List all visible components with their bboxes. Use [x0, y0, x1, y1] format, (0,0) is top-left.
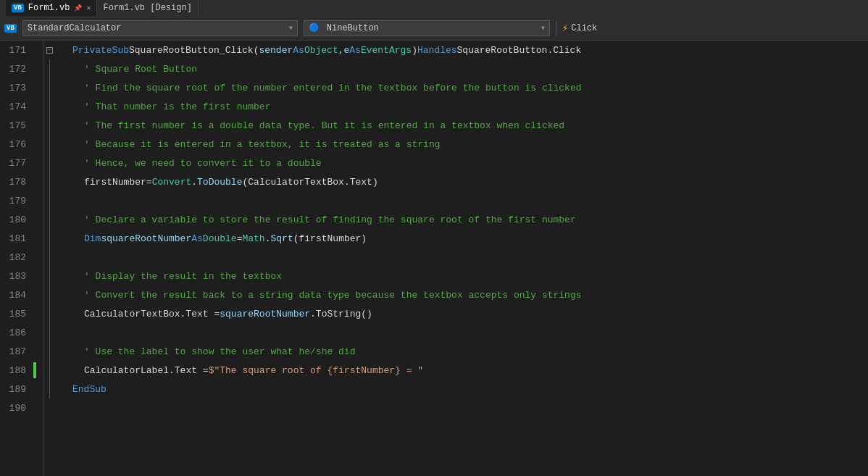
line-number-row: 181: [0, 229, 43, 248]
collapse-gutter: −: [43, 41, 55, 476]
line-indicator: [32, 342, 38, 361]
tab-form1design[interactable]: Form1.vb [Design]: [97, 0, 198, 16]
toolbar-separator: [556, 21, 556, 36]
line-indicator: [32, 361, 38, 380]
code-line: ' That number is the first number: [61, 97, 868, 116]
line-number-row: 173: [0, 78, 43, 97]
code-line: ' Hence, we need to convert it to a doub…: [61, 154, 868, 172]
line-number: 174: [0, 101, 32, 112]
line-number-row: 172: [0, 59, 43, 78]
method-dropdown-value: NineButton: [327, 23, 379, 33]
line-number: 175: [0, 120, 32, 131]
line-number-row: 179: [0, 191, 43, 210]
line-number: 172: [0, 64, 32, 75]
collapse-line: [43, 267, 55, 285]
line-number-row: 188: [0, 361, 43, 380]
code-line: ' The first number is a double data type…: [61, 116, 868, 135]
line-number-row: 176: [0, 135, 43, 154]
collapse-line: [43, 172, 55, 191]
code-line: ' Convert the result back to a string da…: [61, 285, 868, 304]
line-number: 171: [0, 45, 32, 56]
title-bar: VB Form1.vb 📌 ✕ Form1.vb [Design]: [0, 0, 868, 16]
line-indicator: [32, 398, 38, 417]
tab-list: VB Form1.vb 📌 ✕ Form1.vb [Design]: [6, 0, 199, 16]
line-number-row: 171: [0, 41, 43, 59]
line-number-row: 180: [0, 210, 43, 229]
code-line: Dim squareRootNumber As Double = Math.Sq…: [61, 229, 868, 248]
line-indicator: [32, 41, 38, 59]
class-dropdown[interactable]: StandardCalculator ▼: [22, 20, 298, 36]
collapse-line: [43, 323, 55, 342]
collapse-line: [43, 78, 55, 97]
line-number: 181: [0, 233, 32, 244]
line-number-row: 189: [0, 380, 43, 398]
line-number: 184: [0, 290, 32, 301]
line-number-row: 183: [0, 267, 43, 285]
line-indicator: [32, 78, 38, 97]
code-area: 1711721731741751761771781791801811821831…: [0, 41, 868, 476]
line-indicator: [32, 267, 38, 285]
line-number-row: 184: [0, 285, 43, 304]
line-indicator: [32, 323, 38, 342]
line-indicator: [32, 304, 38, 323]
code-line: [61, 248, 868, 267]
line-indicator: [32, 135, 38, 154]
tab-form1design-label: Form1.vb [Design]: [103, 3, 191, 13]
code-line: End Sub: [61, 380, 868, 398]
line-number-row: 174: [0, 97, 43, 116]
line-number-row: 186: [0, 323, 43, 342]
code-line: ' Because it is entered in a textbox, it…: [61, 135, 868, 154]
line-number-row: 178: [0, 172, 43, 191]
method-dropdown[interactable]: 🔵 NineButton ▼: [304, 20, 550, 36]
line-indicator: [32, 380, 38, 398]
code-line: CalculatorLabel.Text = $"The square root…: [61, 361, 868, 380]
line-number-row: 177: [0, 154, 43, 172]
line-indicator: [32, 248, 38, 267]
class-dropdown-value: StandardCalculator: [28, 23, 122, 33]
code-line: ' Find the square root of the number ent…: [61, 78, 868, 97]
line-number-row: 190: [0, 398, 43, 417]
line-indicator: [32, 172, 38, 191]
line-number-row: 182: [0, 248, 43, 267]
code-line: [61, 398, 868, 417]
collapse-line: [43, 398, 55, 417]
tab-close-icon[interactable]: ✕: [86, 4, 91, 12]
collapse-line: [43, 191, 55, 210]
line-number: 188: [0, 365, 32, 376]
collapse-button[interactable]: −: [43, 41, 55, 59]
line-number-row: 187: [0, 342, 43, 361]
collapse-line: [43, 361, 55, 380]
line-indicator: [32, 97, 38, 116]
tab-form1vb-label: Form1.vb: [28, 3, 70, 13]
tab-pin-icon: 📌: [74, 4, 82, 12]
code-line: [61, 191, 868, 210]
collapse-line: [43, 116, 55, 135]
code-line: CalculatorTextBox.Text = squareRootNumbe…: [61, 304, 868, 323]
line-number: 185: [0, 309, 32, 320]
method-dropdown-arrow: ▼: [541, 25, 545, 31]
class-dropdown-arrow: ▼: [289, 25, 293, 31]
line-indicator: [32, 59, 38, 78]
line-number: 173: [0, 83, 32, 93]
line-numbers: 1711721731741751761771781791801811821831…: [0, 41, 43, 476]
line-number: 189: [0, 384, 32, 395]
line-number: 180: [0, 214, 32, 225]
collapse-line: [43, 380, 55, 398]
code-line: ' Declare a variable to store the result…: [61, 210, 868, 229]
line-indicator: [32, 210, 38, 229]
line-indicator: [32, 191, 38, 210]
line-number: 178: [0, 177, 32, 188]
line-number: 187: [0, 346, 32, 357]
code-line: ' Display the result in the textbox: [61, 267, 868, 285]
code-line: ' Square Root Button: [61, 59, 868, 78]
line-number-row: 175: [0, 116, 43, 135]
event-label: Click: [571, 23, 597, 33]
line-number: 182: [0, 252, 32, 263]
code-content[interactable]: Private Sub SquareRootButton_Click(sende…: [55, 41, 868, 476]
line-number: 179: [0, 196, 32, 206]
collapse-line: [43, 210, 55, 229]
collapse-line: [43, 59, 55, 78]
code-line: firstNumber = Convert.ToDouble(Calculato…: [61, 172, 868, 191]
tab-form1vb[interactable]: VB Form1.vb 📌 ✕: [6, 0, 97, 16]
collapse-line: [43, 342, 55, 361]
